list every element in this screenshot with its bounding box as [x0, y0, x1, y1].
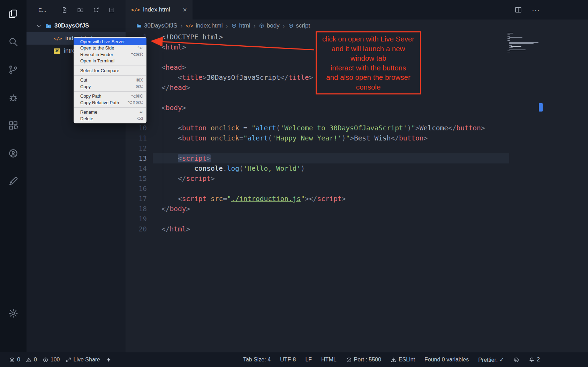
breadcrumb-item-script[interactable]: script: [288, 22, 310, 29]
breadcrumb-item-index-html[interactable]: </>index.html: [186, 22, 223, 29]
status-language-mode[interactable]: HTML: [321, 357, 337, 363]
activity-settings[interactable]: [0, 299, 27, 327]
collapse-icon[interactable]: [108, 7, 115, 13]
info-icon: [43, 357, 48, 363]
folder-row-30daysofjs[interactable]: 30DaysOfJS: [27, 20, 126, 32]
menu-item-label: Select for Compare: [80, 68, 143, 73]
lightning-icon: [106, 357, 112, 363]
status-eol[interactable]: LF: [305, 357, 312, 363]
tab-label: index.html: [143, 6, 170, 13]
menu-item-label: Copy Path: [80, 93, 128, 99]
pen-icon: [8, 176, 18, 186]
code-line-12[interactable]: 12: [126, 143, 588, 153]
minimap-line: [507, 34, 510, 35]
status-tab-size[interactable]: Tab Size: 4: [243, 357, 271, 363]
menu-item-reveal-in-finder[interactable]: Reveal in Finder⌥⌘R: [74, 51, 146, 58]
breadcrumb-item-html[interactable]: html: [231, 22, 250, 29]
line-content: <title>30DaysOfJavaScript</title>: [147, 72, 313, 83]
line-number: 20: [126, 224, 147, 234]
status-feedback[interactable]: [513, 357, 519, 363]
split-editor-icon[interactable]: [514, 6, 522, 14]
status-errors[interactable]: 0: [9, 357, 20, 363]
activity-extensions[interactable]: [0, 112, 27, 139]
status-warnings-label: 0: [34, 357, 37, 363]
status-bar: 00100Live Share Tab Size: 4UTF-8LFHTMLPo…: [0, 352, 588, 367]
breadcrumb-label: html: [239, 22, 250, 29]
code-line-19[interactable]: 19: [126, 214, 588, 224]
bell-icon: [529, 357, 535, 363]
status-live-share[interactable]: Live Share: [66, 357, 100, 363]
close-icon[interactable]: ×: [183, 6, 187, 13]
line-content: <script src="./introduction.js"></script…: [147, 194, 346, 204]
status-eol-label: LF: [305, 357, 312, 363]
menu-item-open-in-terminal[interactable]: Open in Terminal: [74, 58, 146, 64]
minimap-line: [509, 49, 526, 50]
minimap-line: [509, 37, 522, 38]
code-line-16[interactable]: 16: [126, 184, 588, 194]
menu-item-copy[interactable]: Copy⌘C: [74, 83, 146, 90]
menu-separator: [74, 75, 146, 76]
code-line-18[interactable]: 18</body>: [126, 204, 588, 214]
activity-live-share[interactable]: [0, 139, 27, 167]
line-number: 17: [126, 194, 147, 204]
menu-item-open-to-the-side[interactable]: Open to the Side^↵: [74, 45, 146, 52]
status-variables[interactable]: Found 0 variables: [424, 357, 469, 363]
status-info-label: 100: [51, 357, 60, 363]
line-content: [147, 113, 161, 123]
code-tag-icon: </>: [186, 23, 193, 28]
status-warnings[interactable]: 0: [26, 357, 37, 363]
refresh-icon[interactable]: [93, 7, 99, 13]
line-number: 12: [126, 143, 147, 153]
minimap[interactable]: [507, 33, 538, 54]
line-content: [147, 184, 161, 194]
status-lightning[interactable]: [106, 357, 112, 363]
line-content: </html>: [147, 224, 190, 234]
menu-item-open-with-live-server[interactable]: Open with Live Server: [74, 38, 146, 45]
activity-search[interactable]: [0, 28, 27, 56]
code-line-20[interactable]: 20</html>: [126, 224, 588, 234]
code-line-8[interactable]: 8<body>: [126, 103, 588, 113]
breadcrumb-item-body[interactable]: body: [259, 22, 280, 29]
status-notifications[interactable]: 2: [529, 357, 540, 363]
menu-item-cut[interactable]: Cut⌘X: [74, 77, 146, 84]
status-info[interactable]: 100: [43, 357, 60, 363]
context-menu: Open with Live ServerOpen to the Side^↵R…: [74, 37, 146, 123]
status-encoding-label: UTF-8: [280, 357, 296, 363]
status-variables-label: Found 0 variables: [424, 357, 469, 363]
menu-item-copy-relative-path[interactable]: Copy Relative Path⌥⇧⌘C: [74, 99, 146, 106]
status-encoding[interactable]: UTF-8: [280, 357, 296, 363]
code-line-15[interactable]: 15 </script>: [126, 174, 588, 184]
new-folder-icon[interactable]: [77, 7, 84, 13]
tab-index-html[interactable]: </> index.html ×: [126, 0, 193, 20]
menu-item-rename[interactable]: Rename↵: [74, 109, 146, 116]
code-line-17[interactable]: 17 <script src="./introduction.js"></scr…: [126, 194, 588, 204]
menu-item-delete[interactable]: Delete⌫: [74, 115, 146, 122]
code-line-9[interactable]: 9: [126, 113, 588, 123]
more-actions-icon[interactable]: ···: [532, 6, 540, 14]
code-line-11[interactable]: 11 <button onclick="alert('Happy New Yea…: [126, 133, 588, 143]
activity-explorer[interactable]: [0, 0, 27, 28]
line-number: 10: [126, 123, 147, 133]
folder-icon: [136, 23, 142, 29]
explorer-title: E...: [38, 7, 46, 13]
status-prettier[interactable]: Prettier: ✓: [478, 357, 504, 363]
menu-item-select-for-compare[interactable]: Select for Compare: [74, 67, 146, 74]
activity-bar-top: [0, 0, 27, 195]
menu-item-copy-path[interactable]: Copy Path⌥⌘C: [74, 93, 146, 100]
new-file-icon[interactable]: [61, 7, 68, 13]
code-line-10[interactable]: 10 <button onclick = "alert('Welcome to …: [126, 123, 588, 133]
code-line-13[interactable]: 13 <script>: [126, 153, 588, 163]
status-port[interactable]: Port : 5500: [346, 357, 381, 363]
breadcrumb-item-30daysofjs[interactable]: 30DaysOfJS: [136, 22, 177, 29]
debug-icon: [8, 92, 18, 103]
activity-edit-session[interactable]: [0, 167, 27, 195]
tab-bar: </> index.html × ···: [126, 0, 588, 20]
activity-run-debug[interactable]: [0, 84, 27, 112]
minimap-line: [509, 45, 512, 46]
activity-source-control[interactable]: [0, 56, 27, 84]
status-eslint[interactable]: ESLint: [391, 357, 415, 363]
status-live-share-label: Live Share: [74, 357, 100, 363]
code-line-14[interactable]: 14 console.log('Hello, World'): [126, 163, 588, 174]
line-content: </script>: [147, 174, 215, 184]
menu-item-shortcut: ⌘X: [136, 78, 143, 83]
